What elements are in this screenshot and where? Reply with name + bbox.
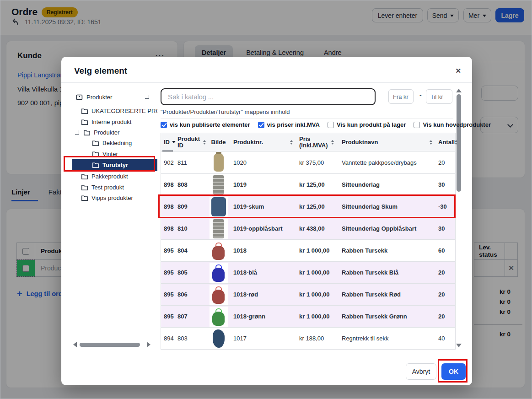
cell-id: 895 xyxy=(161,262,174,283)
filter-label: Vis kun hovedprodukter xyxy=(423,121,491,128)
cell-qty: 40 xyxy=(435,328,455,349)
tree-item-turutstyr[interactable]: Turutstyr xyxy=(72,159,157,171)
column-label: ID xyxy=(164,139,170,146)
column-header-bilde[interactable]: Bilde xyxy=(208,133,229,151)
column-header-produktnavn[interactable]: Produktnavn xyxy=(336,133,435,151)
sack-shape-icon xyxy=(213,329,225,348)
filter-option-vis-priser-inkl-mva[interactable]: vis priser inkl.MVA xyxy=(258,121,320,128)
cancel-label: Avbryt xyxy=(412,368,430,375)
filter-option-vis-kun-hovedprodukter[interactable]: Vis kun hovedprodukter xyxy=(414,121,491,128)
cell-product-nr: 1020 xyxy=(229,151,295,173)
cell-qty: 20 xyxy=(435,262,455,283)
cancel-button[interactable]: Avbryt xyxy=(406,363,436,380)
product-table-header: IDProdukt IDBildeProduktnr.Pris (inkl.MV… xyxy=(161,133,455,151)
checkbox-checked-icon[interactable] xyxy=(258,122,264,128)
tree-item-interne-produkt[interactable]: Interne produkt xyxy=(72,116,157,127)
tree-item-produkter[interactable]: Produkter xyxy=(72,92,157,102)
tree-item-label: Vinter xyxy=(102,151,118,157)
filter-row: vis kun publiserte elementervis priser i… xyxy=(161,121,491,128)
scroll-left-arrow-icon[interactable] xyxy=(73,342,77,347)
table-row[interactable]: 8988101019-oppblåsbartkr 438,00Sitteunde… xyxy=(161,217,455,239)
catalog-search-input[interactable] xyxy=(161,88,376,105)
product-image xyxy=(210,263,228,283)
cell-id: 898 xyxy=(161,196,174,217)
tree-item-pakkeprodukt[interactable]: Pakkeprodukt xyxy=(72,171,157,182)
pad-striped-shape-icon xyxy=(213,219,224,238)
filter-option-vis-kun-publiserte-elementer[interactable]: vis kun publiserte elementer xyxy=(161,121,250,128)
cell-product-id: 804 xyxy=(174,240,208,261)
column-header-produktnr[interactable]: Produktnr. xyxy=(229,133,295,151)
tree-item-produkter[interactable]: Produkter xyxy=(72,127,157,138)
dialog-header-divider xyxy=(61,82,472,83)
checkbox-icon[interactable] xyxy=(414,122,420,128)
table-row[interactable]: 8988081019kr 125,00Sitteunderlag30 xyxy=(161,173,455,195)
table-row[interactable]: 9028111020kr 375,00Vanntette pakkpose/dr… xyxy=(161,151,455,173)
cell-image xyxy=(208,218,229,239)
checkbox-icon[interactable] xyxy=(328,122,334,128)
checkbox-checked-icon[interactable] xyxy=(161,122,167,128)
product-image xyxy=(210,307,228,327)
cell-id: 898 xyxy=(161,218,174,239)
table-row[interactable]: 8948031017kr 188,00Regntrekk til sekk40 xyxy=(161,327,455,349)
folder-icon xyxy=(84,129,90,135)
table-row[interactable]: 8958061018-rødkr 1 000,00Rabben Tursekk … xyxy=(161,283,455,305)
column-label: Antall xyxy=(438,139,455,146)
tree-item-vipps-produkter[interactable]: Vipps produkter xyxy=(72,193,157,203)
cell-product-id: 809 xyxy=(174,196,208,217)
tree-item-label: UKATEGORISERTE PRODU xyxy=(91,108,157,114)
cell-qty: 30 xyxy=(435,174,455,195)
collapse-icon xyxy=(145,95,149,99)
table-row[interactable]: 8958051018-blåkr 1 000,00Rabben Tursekk … xyxy=(161,261,455,283)
filter-option-vis-kun-produkt-på-lager[interactable]: Vis kun produkt på lager xyxy=(328,121,406,128)
cell-product-nr: 1019 xyxy=(229,174,295,195)
cell-product-name: Vanntette pakkpose/drybags xyxy=(336,151,435,173)
product-image xyxy=(210,241,228,261)
pad-striped-shape-icon xyxy=(213,175,224,194)
column-header-id[interactable]: ID xyxy=(161,133,174,151)
cell-id: 895 xyxy=(161,306,174,327)
price-to-input[interactable] xyxy=(426,89,452,104)
cell-id: 894 xyxy=(161,328,174,349)
cell-image xyxy=(208,328,229,349)
price-from-input[interactable] xyxy=(388,89,414,104)
scroll-right-arrow-icon[interactable] xyxy=(147,342,150,347)
folder-icon xyxy=(81,108,88,114)
cell-product-id: 808 xyxy=(174,174,208,195)
cell-product-name: Rabben Tursekk Blå xyxy=(336,262,435,283)
table-row[interactable]: 8958041018kr 1 000,00Rabben Tursekk60 xyxy=(161,239,455,261)
horizontal-scrollbar-thumb[interactable] xyxy=(80,343,140,347)
ok-button[interactable]: OK xyxy=(441,363,466,380)
cell-price: kr 1 000,00 xyxy=(295,262,336,283)
table-row[interactable]: 8988091019-skumkr 125,00Sitteunderlag Sk… xyxy=(161,195,455,217)
range-separator: - xyxy=(419,92,422,99)
backpack-shape-icon xyxy=(212,268,225,282)
cell-product-nr: 1018 xyxy=(229,240,295,261)
tree-item-test-produkt[interactable]: Test produkt xyxy=(72,182,157,192)
cell-price: kr 375,00 xyxy=(295,151,336,173)
folder-icon xyxy=(92,140,99,146)
column-header-antall[interactable]: Antall xyxy=(435,133,455,151)
folder-contents-caption: "Produkter/Produkter/Turutstyr" mappens … xyxy=(161,108,290,115)
cell-price: kr 188,00 xyxy=(295,328,336,349)
folder-icon xyxy=(81,119,88,125)
cell-product-nr: 1017 xyxy=(229,328,295,349)
tree-item-label: Turutstyr xyxy=(102,162,128,168)
scroll-up-arrow-icon[interactable] xyxy=(456,89,462,92)
filter-label: vis kun publiserte elementer xyxy=(170,121,250,128)
tree-item-vinter[interactable]: Vinter xyxy=(72,149,157,159)
column-header-produkt-id[interactable]: Produkt ID xyxy=(174,133,208,151)
scroll-down-arrow-icon[interactable] xyxy=(456,344,462,347)
close-icon[interactable]: ✕ xyxy=(455,67,461,75)
product-image xyxy=(210,175,228,195)
select-element-dialog: Velg element ✕ ProdukterUKATEGORISERTE P… xyxy=(61,57,472,385)
tree-item-bekledning[interactable]: Bekledning xyxy=(72,138,157,148)
product-image xyxy=(210,197,228,217)
tree-item-ukategoriserte-produ[interactable]: UKATEGORISERTE PRODU xyxy=(72,106,157,116)
cell-id: 895 xyxy=(161,240,174,261)
cell-product-name: Regntrekk til sekk xyxy=(336,328,435,349)
backpack-shape-icon xyxy=(212,312,225,326)
column-header-pris-inkl-mva[interactable]: Pris (inkl.MVA) xyxy=(295,133,336,151)
tree-item-label: Interne produkt xyxy=(91,119,131,125)
table-row[interactable]: 8958071018-grønnkr 1 000,00Rabben Tursek… xyxy=(161,305,455,327)
product-image xyxy=(210,285,228,305)
